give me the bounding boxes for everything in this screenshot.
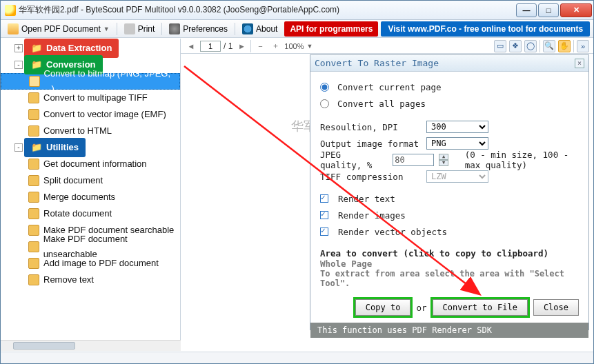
panel-title-bar: Convert To Raster Image × [310,55,588,72]
cb-render-vector[interactable]: Render vector objects [320,223,579,240]
maximize-button[interactable]: □ [538,3,559,17]
api-link[interactable]: API for programmers [284,21,378,37]
area-whole: Whole Page [320,259,579,269]
tree-item-removetext[interactable]: Remove text [1,272,180,288]
collapse-icon[interactable]: - [14,143,23,152]
tree-item-merge[interactable]: Merge documents [1,189,180,205]
pref-label: Preferences [183,24,228,34]
tree-item-unsearchable[interactable]: Make PDF document unsearchable [1,239,180,255]
tool-3-button[interactable]: ◯ [524,40,537,52]
item-icon [28,125,39,136]
item-icon [28,175,39,186]
radio-input[interactable] [320,83,329,92]
checkbox-icon[interactable] [320,194,328,203]
prev-page-button[interactable]: ◄ [185,40,197,52]
item-icon [28,159,39,170]
item-icon [28,258,39,269]
convert-raster-panel: Convert To Raster Image × Convert curren… [310,54,589,330]
copy-to-button[interactable]: Copy to [355,299,411,316]
cb-render-images[interactable]: Render images [320,207,579,223]
quality-input[interactable] [393,154,434,166]
tree-item-rotate[interactable]: Rotate document [1,205,180,222]
tool-1-button[interactable]: ▭ [494,40,506,52]
item-label: Split document [43,173,103,188]
convert-to-file-button[interactable]: Convert to File [433,299,528,316]
format-label: Output image format [320,139,421,149]
print-icon [124,23,135,34]
preferences-button[interactable]: Preferences [165,22,232,36]
pdfco-link[interactable]: Visit www.PDF.co - free online tool for … [381,21,590,37]
more-button[interactable]: » [577,40,589,52]
radio-current-page[interactable]: Convert current page [320,79,579,95]
tiff-label: TIFF compression [320,172,421,182]
page-count: / 1 [224,41,232,51]
hand-tool-button[interactable]: ✋ [558,40,571,52]
checkbox-icon[interactable] [320,228,328,236]
tree-group-utilities[interactable]: - 📁 Utilities [1,139,180,156]
dropdown-icon: ▼ [103,26,110,32]
about-button[interactable]: About [238,22,281,36]
document-area: ◄ / 1 ► − ＋ 100%▼ ▭ ❖ ◯ 🔍 ✋ » [181,39,593,351]
tree-item-convert-bitmap[interactable]: Convert to bitmap (PNG, JPEG, ...) [1,73,180,90]
tiff-select[interactable]: LZW [426,170,488,183]
radio-all-pages[interactable]: Convert all pages [320,95,579,112]
sidebar-scrollbar[interactable] [1,340,181,351]
cb-label: Render images [338,210,406,221]
next-page-button[interactable]: ► [235,40,248,52]
tree-item-convert-html[interactable]: Convert to HTML [1,123,180,139]
app-window: 华军软件园2.pdf - ByteScout PDF Multitool v9.… [0,0,594,364]
zoom-out-button[interactable]: − [254,40,266,52]
page-nav-toolbar: ◄ / 1 ► − ＋ 100%▼ ▭ ❖ ◯ 🔍 ✋ » [181,39,593,54]
panel-close-button[interactable]: × [575,59,584,68]
quality-hint: (0 - min size, 100 - max quality) [465,150,579,170]
cb-label: Render vector objects [338,227,447,237]
expand-icon[interactable]: + [14,44,23,52]
page-input[interactable] [200,41,221,52]
binoculars-icon[interactable]: 🔍 [543,40,555,52]
gear-icon [169,23,180,34]
item-icon [28,274,39,285]
zoom-value: 100% [284,42,304,50]
item-icon [28,92,39,103]
quality-spinner[interactable]: ▲▼ [439,154,448,166]
tree-item-convert-emf[interactable]: Convert to vector image (EMF) [1,106,180,123]
tree: + 📁 Data Extraction - 📁 Conversion Conve… [1,40,180,288]
tree-item-docinfo[interactable]: Get document information [1,156,180,172]
print-button[interactable]: Print [120,22,159,36]
area-header: Area to convert (click to copy to clipbo… [320,248,579,259]
about-label: About [256,24,277,34]
sidebar: + 📁 Data Extraction - 📁 Conversion Conve… [1,39,181,351]
format-select[interactable]: PNG [426,137,488,150]
window-title: 华军软件园2.pdf - ByteScout PDF Multitool v9.… [19,4,516,16]
item-label: Merge documents [43,190,115,205]
title-bar: 华军软件园2.pdf - ByteScout PDF Multitool v9.… [1,1,593,20]
radio-label: Convert current page [337,82,442,92]
collapse-icon[interactable]: - [14,61,23,69]
item-label: Convert to multipage TIFF [43,90,148,105]
open-icon [8,23,19,34]
item-label: Convert to vector image (EMF) [43,107,166,122]
item-label: Add image to PDF document [43,256,159,271]
minimize-button[interactable]: — [516,3,537,17]
zoom-in-button[interactable]: ＋ [269,40,281,52]
item-icon [28,109,39,120]
tree-group-data-extraction[interactable]: + 📁 Data Extraction [1,40,180,57]
close-button[interactable]: ✕ [560,3,592,17]
tree-item-addimage[interactable]: Add image to PDF document [1,255,180,272]
radio-input[interactable] [320,99,329,108]
item-icon [28,225,39,236]
or-label: or [416,303,426,313]
resolution-select[interactable]: 300 [426,121,488,133]
area-info[interactable]: Whole Page To extract from area select t… [320,259,579,288]
tool-2-button[interactable]: ❖ [509,40,522,52]
cb-render-text[interactable]: Render text [320,190,579,207]
close-panel-button[interactable]: Close [533,299,579,316]
item-icon [29,76,40,87]
checkbox-icon[interactable] [320,211,328,219]
group-label: 📁 Utilities [24,138,86,157]
info-icon [242,23,253,34]
tree-item-split[interactable]: Split document [1,172,180,189]
status-bar [1,352,593,363]
open-pdf-button[interactable]: Open PDF Document▼ [3,22,114,36]
item-label: Convert to HTML [43,123,112,139]
